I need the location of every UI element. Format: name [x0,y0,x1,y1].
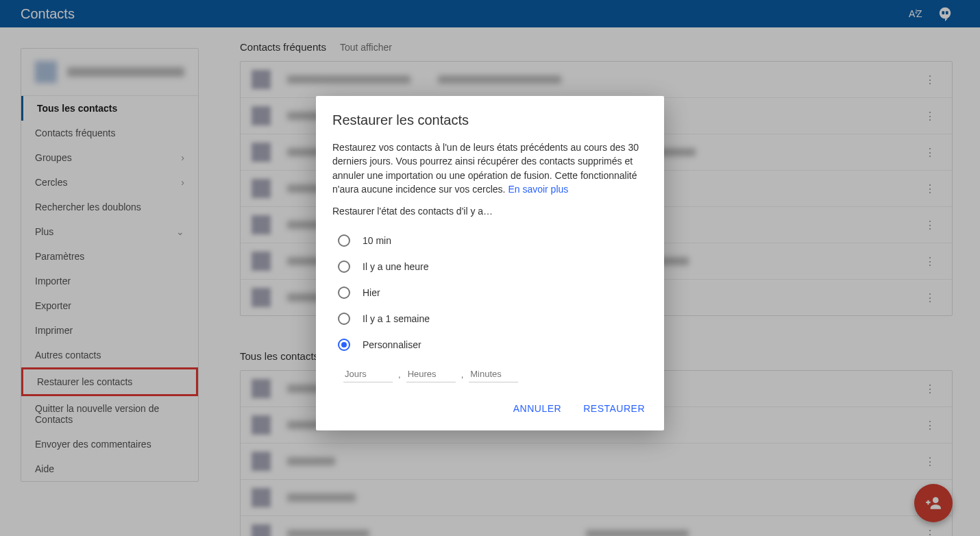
radio-option-1week[interactable]: Il y a 1 semaine [338,306,648,332]
radio-group: 10 min Il y a une heure Hier Il y a 1 se… [338,228,648,358]
minutes-input[interactable] [469,366,518,382]
radio-icon [338,234,350,247]
hours-input[interactable] [406,366,456,382]
radio-label: 10 min [363,235,391,246]
modal-overlay[interactable]: Restaurer les contacts Restaurez vos con… [0,0,980,536]
learn-more-link[interactable]: En savoir plus [508,184,568,195]
dialog-subtitle: Restaurer l'état des contacts d'il y a… [332,206,648,217]
radio-icon [338,313,350,325]
separator: , [458,369,467,380]
radio-label: Il y a une heure [363,261,429,272]
dialog-actions: ANNULER RESTAURER [332,398,648,419]
radio-option-custom[interactable]: Personnaliser [338,332,648,358]
restore-contacts-dialog: Restaurer les contacts Restaurez vos con… [316,96,664,430]
radio-icon [338,339,350,351]
cancel-button[interactable]: ANNULER [511,398,564,419]
dialog-title: Restaurer les contacts [332,112,648,128]
radio-icon [338,287,350,299]
radio-option-1hour[interactable]: Il y a une heure [338,254,648,280]
custom-time-inputs: , , [343,366,648,382]
radio-label: Hier [363,287,380,298]
radio-option-10min[interactable]: 10 min [338,228,648,254]
radio-label: Il y a 1 semaine [363,313,430,324]
radio-option-yesterday[interactable]: Hier [338,280,648,306]
dialog-body: Restaurez vos contacts à l'un de leurs é… [332,141,648,196]
radio-icon [338,260,350,273]
radio-label: Personnaliser [363,339,421,350]
days-input[interactable] [343,366,393,382]
separator: , [395,369,404,380]
restore-button[interactable]: RESTAURER [580,398,648,419]
